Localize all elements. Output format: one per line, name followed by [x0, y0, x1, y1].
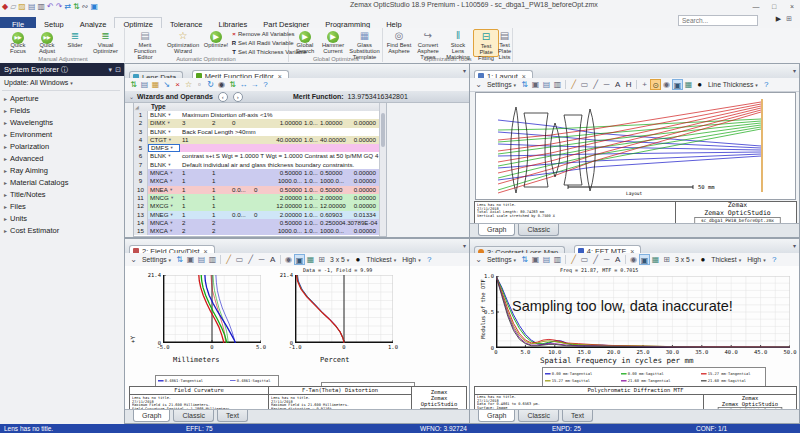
quick-adjust-button[interactable]: ▶▶QuickAdjust — [33, 29, 61, 55]
copy-icon[interactable]: ▣ — [185, 254, 196, 265]
arrow-tool-icon[interactable]: ╱ — [590, 254, 601, 265]
copy-graphic-icon[interactable]: ▦ — [305, 254, 316, 265]
text-tool-icon[interactable]: A — [612, 254, 623, 265]
help-icon[interactable]: ? — [769, 254, 780, 265]
blank-icon[interactable]: ▫ — [194, 79, 205, 90]
help-icon[interactable]: ? — [260, 79, 271, 90]
line-tool-icon[interactable]: ╱ — [223, 254, 234, 265]
table-row[interactable]: 12MXCG▾1112.000001.0...12.000000.00000 — [134, 202, 380, 210]
line-width-dropdown[interactable]: Thickest▾ — [708, 256, 744, 263]
redo-icon[interactable]: ↷ — [56, 0, 63, 13]
operand-param[interactable]: 1 — [182, 194, 208, 202]
operand-param[interactable]: 1 — [182, 202, 208, 210]
optimize-button[interactable]: ▶Optimize! — [203, 29, 229, 55]
settings-dropdown[interactable]: Settings▾ — [484, 81, 519, 88]
save-icon[interactable]: ▤ — [541, 254, 552, 265]
sidebar-item-title-notes[interactable]: ▸Title/Notes — [4, 189, 122, 201]
operand-type-cell[interactable]: MNCA▾ — [148, 219, 180, 227]
convert-asphere-types-button[interactable]: ↪ConvertAsphere Types — [413, 29, 443, 55]
rectangle-tool-icon[interactable]: ▭ — [579, 79, 590, 90]
swap-icon[interactable]: ↔ — [238, 79, 249, 90]
prev-button[interactable]: ‹ — [218, 92, 228, 102]
global-search-button[interactable]: ▶GlobalSearch — [292, 29, 318, 55]
save-icon[interactable]: ▤ — [139, 79, 150, 90]
print-icon[interactable]: ▥ — [207, 254, 218, 265]
tab-strip-menu-icon[interactable]: ▾ — [793, 67, 796, 74]
hammer-current-button[interactable]: ▶HammerCurrent — [319, 29, 347, 55]
bottom-tab-classic[interactable]: Classic — [173, 410, 214, 422]
fit-window-icon[interactable]: ▣ — [639, 254, 650, 265]
insert-row-icon[interactable]: ↘ — [161, 79, 172, 90]
operand-param[interactable]: 3 — [182, 119, 208, 127]
save-icon[interactable]: ▤ — [541, 79, 552, 90]
operand-type-cell[interactable]: CTGT▾ — [148, 136, 180, 144]
delete-row-icon[interactable]: × — [172, 79, 183, 90]
settings-caret-icon[interactable]: ⌄ — [473, 79, 484, 90]
chevron-down-icon[interactable]: ▾ — [109, 66, 113, 73]
standard-zoom-icon[interactable]: ● — [694, 79, 705, 90]
app-icon[interactable]: ◆ — [2, 0, 8, 13]
line-tool-icon[interactable]: ╱ — [568, 79, 579, 90]
find-best-asphere-button[interactable]: ◎Find BestAsphere — [386, 29, 412, 55]
table-row[interactable]: 4CTGT▾1140.000001.0...40.000000.00000 — [134, 136, 380, 144]
operand-param[interactable]: 2 — [182, 219, 208, 227]
table-row[interactable]: 8MNCA▾110.500001.0...0.500000.00000 — [134, 169, 380, 177]
tab-strip-menu-icon[interactable]: ▾ — [793, 242, 796, 249]
bottom-tab-graph[interactable]: Graph — [133, 410, 170, 422]
grid-size-dropdown[interactable]: 3 x 5▾ — [672, 256, 697, 263]
pin-icon[interactable]: ⊡ — [115, 66, 121, 73]
operand-param[interactable]: 1 — [182, 169, 208, 177]
operand-param[interactable]: 1 — [212, 194, 238, 202]
operand-type-cell[interactable]: BLNK▾ — [148, 152, 180, 160]
update-editor-icon[interactable]: ⇅ — [128, 79, 139, 90]
table-row[interactable]: 6BLNK▾contrast s+t S Wgt = 1.0000 T Wgt … — [134, 152, 380, 160]
settings-caret-icon[interactable]: ⌄ — [473, 254, 484, 265]
minimize-icon[interactable]: — — [750, 0, 762, 13]
grid-icon[interactable]: ⊞ — [786, 15, 792, 23]
view-icon[interactable]: ◉ — [216, 79, 227, 90]
update-icon[interactable]: ⇅ — [174, 254, 185, 265]
table-row[interactable]: 7BLNK▾Default individual air and glass t… — [134, 161, 380, 169]
sidebar-item-fields[interactable]: ▸Fields — [4, 105, 122, 117]
operand-type-cell[interactable]: MNEG▾ — [148, 211, 180, 219]
copy-icon[interactable]: ▣ — [530, 79, 541, 90]
fit-window-icon[interactable]: ▣ — [672, 79, 683, 90]
print-icon[interactable]: ▥ — [552, 254, 563, 265]
sync-icon[interactable]: ⇄ — [64, 0, 71, 13]
dash-tool-icon[interactable]: ─ — [601, 254, 612, 265]
fit-window-icon[interactable]: ▣ — [294, 254, 305, 265]
line-thickness-dropdown[interactable]: Line Thickness▾ — [705, 81, 761, 88]
slider-button[interactable]: ≣Slider — [62, 29, 88, 55]
text-tool-icon[interactable]: A — [612, 79, 623, 90]
operand-param[interactable]: 1 — [212, 177, 238, 185]
table-row[interactable]: 5DMFS▾ — [134, 144, 380, 152]
operand-param[interactable]: 0.0... — [232, 211, 252, 219]
height-tool-icon[interactable]: H — [623, 79, 634, 90]
help-icon[interactable]: ? — [761, 79, 772, 90]
update-all-windows-dropdown[interactable]: Update: All Windows▾ — [4, 79, 73, 86]
sidebar-item-units[interactable]: ▸Units — [4, 213, 122, 225]
operand-param[interactable]: 2 — [182, 227, 208, 235]
operand-type-cell[interactable]: MXCA▾ — [148, 227, 180, 235]
operand-type-cell[interactable]: DIMX▾ — [148, 119, 180, 127]
grid-config-icon[interactable]: ⊞ — [316, 254, 327, 265]
print-icon[interactable]: ▥ — [37, 0, 45, 13]
lock-icon[interactable]: ◉ — [283, 254, 294, 265]
refresh-merit-icon[interactable]: ↻ — [205, 79, 216, 90]
resolution-dropdown[interactable]: High▾ — [399, 256, 424, 263]
update-icon[interactable]: ⇅ — [519, 254, 530, 265]
grid-config-icon[interactable]: ⊞ — [661, 254, 672, 265]
print-icon[interactable]: ▥ — [552, 79, 563, 90]
rectangle-tool-icon[interactable]: ▭ — [579, 254, 590, 265]
merit-function-editor-button[interactable]: ▤MeritFunction Editor — [127, 29, 163, 55]
help-icon[interactable]: ? — [424, 254, 435, 265]
operand-param[interactable]: 2 — [212, 219, 238, 227]
sidebar-item-material-catalogs[interactable]: ▸Material Catalogs — [4, 177, 122, 189]
sidebar-item-aperture[interactable]: ▸Aperture — [4, 93, 122, 105]
pan-icon[interactable]: + — [639, 79, 650, 90]
zoom-icon[interactable]: ⊙ — [650, 79, 661, 90]
table-scrollbar[interactable] — [379, 103, 386, 236]
operand-param[interactable]: 1 — [212, 169, 238, 177]
bottom-tab-text[interactable]: Text — [217, 410, 248, 422]
operand-param[interactable]: 1 — [212, 202, 238, 210]
